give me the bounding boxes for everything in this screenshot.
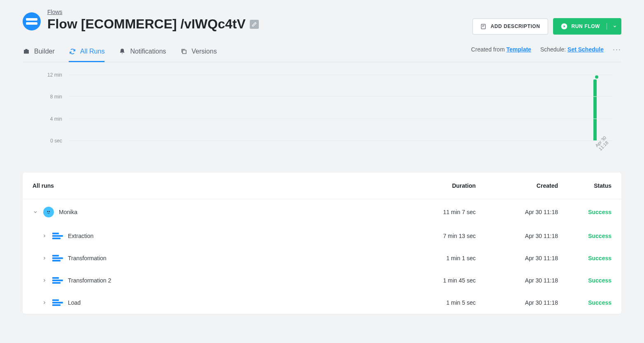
chart-bar[interactable] (593, 79, 597, 140)
chevron-right-icon[interactable] (42, 233, 47, 238)
run-duration: 7 min 13 sec (393, 233, 476, 239)
table-row[interactable]: Monika11 min 7 secApr 30 11:18Success (23, 199, 621, 225)
tab-notifications[interactable]: Notifications (119, 43, 166, 62)
builder-icon (23, 48, 30, 55)
run-created: Apr 30 11:18 (476, 233, 558, 239)
table-row[interactable]: Transformation 21 min 45 secApr 30 11:18… (23, 269, 621, 292)
app-logo (23, 12, 41, 30)
status-badge: Success (558, 255, 611, 261)
run-duration: 1 min 5 sec (393, 299, 476, 306)
run-duration: 1 min 45 sec (393, 277, 476, 284)
versions-icon (180, 48, 188, 55)
run-created: Apr 30 11:18 (476, 277, 558, 284)
tab-all-runs[interactable]: All Runs (69, 43, 105, 62)
bell-icon (119, 48, 126, 55)
run-name: Monika (59, 209, 77, 215)
run-created: Apr 30 11:18 (476, 255, 558, 261)
runs-chart: Apr 3011:18 0 sec4 min8 min12 min (23, 75, 621, 157)
svg-rect-2 (24, 50, 29, 54)
svg-rect-3 (25, 49, 27, 50)
svg-point-5 (47, 211, 49, 212)
y-tick-label: 0 sec (50, 138, 68, 144)
status-badge: Success (558, 299, 611, 306)
status-badge: Success (558, 209, 611, 215)
chart-point (595, 75, 598, 79)
col-header-status: Status (558, 182, 611, 189)
note-icon (480, 23, 486, 30)
gridline: 12 min (68, 75, 613, 75)
run-duration: 11 min 7 sec (393, 209, 476, 215)
play-icon (561, 23, 567, 30)
gridline: 0 sec (68, 140, 613, 141)
template-link[interactable]: Template (506, 46, 531, 53)
y-tick-label: 12 min (47, 72, 68, 78)
run-flow-button[interactable]: RUN FLOW (553, 18, 621, 35)
phase-icon (52, 277, 63, 284)
run-created: Apr 30 11:18 (476, 209, 558, 215)
run-name: Load (68, 299, 81, 306)
avatar (43, 207, 54, 217)
y-tick-label: 8 min (50, 94, 68, 100)
created-from-label: Created from Template (471, 46, 531, 53)
status-badge: Success (558, 233, 611, 239)
schedule-label: Schedule: Set Schedule (540, 46, 604, 53)
table-row[interactable]: Extraction7 min 13 secApr 30 11:18Succes… (23, 225, 621, 247)
chevron-down-icon[interactable] (33, 210, 38, 215)
svg-point-6 (49, 211, 50, 212)
chevron-right-icon[interactable] (42, 256, 47, 261)
refresh-icon (69, 48, 76, 55)
set-schedule-link[interactable]: Set Schedule (567, 46, 604, 53)
col-header-created: Created (476, 182, 558, 189)
breadcrumb-flows[interactable]: Flows (47, 9, 63, 15)
add-description-button[interactable]: ADD DESCRIPTION (472, 19, 548, 35)
run-name: Transformation (68, 255, 107, 261)
status-badge: Success (558, 277, 611, 284)
phase-icon (52, 299, 63, 306)
run-created: Apr 30 11:18 (476, 299, 558, 306)
page-title: Flow [ECOMMERCE] /vIWQc4tV (47, 16, 246, 32)
chevron-right-icon[interactable] (42, 278, 47, 283)
tab-versions[interactable]: Versions (180, 43, 217, 62)
phase-icon (52, 254, 63, 262)
run-name: Extraction (68, 233, 93, 239)
more-menu-icon[interactable]: ··· (613, 45, 621, 54)
run-duration: 1 min 1 sec (393, 255, 476, 261)
gridline: 8 min (68, 96, 613, 97)
svg-rect-4 (182, 50, 186, 54)
col-header-duration: Duration (393, 182, 476, 189)
tab-builder[interactable]: Builder (23, 43, 55, 62)
table-row[interactable]: Load1 min 5 secApr 30 11:18Success (23, 292, 621, 314)
col-header-name: All runs (33, 182, 393, 189)
run-name: Transformation 2 (68, 277, 111, 284)
gridline: 4 min (68, 119, 613, 119)
table-row[interactable]: Transformation1 min 1 secApr 30 11:18Suc… (23, 247, 621, 269)
y-tick-label: 4 min (50, 116, 68, 122)
phase-icon (52, 232, 63, 240)
chevron-down-icon (613, 24, 617, 28)
edit-title-icon[interactable] (250, 20, 259, 29)
chevron-right-icon[interactable] (42, 300, 47, 305)
